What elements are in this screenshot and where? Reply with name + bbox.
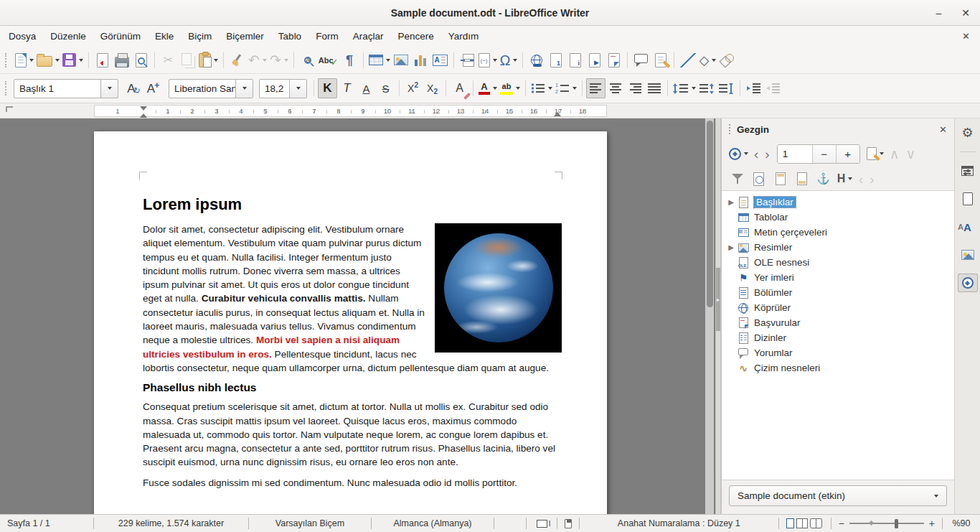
heading-levels-button[interactable]: H — [835, 169, 854, 189]
size-dropdown-button[interactable] — [289, 80, 306, 98]
document-text[interactable]: Lorem ipsum Dolor sit amet, consectetur … — [143, 195, 562, 496]
zoom-out-button[interactable]: − — [839, 518, 844, 529]
demote-level-button[interactable]: › — [867, 172, 876, 186]
decrease-paragraph-spacing-button[interactable] — [717, 78, 736, 98]
hyperlink-button[interactable] — [527, 50, 546, 70]
ruler-strip[interactable]: 1 123456789101112131415161718 — [94, 105, 607, 117]
document-selector-dropdown[interactable]: Sample document (etkin) — [729, 485, 947, 506]
menu-ekle[interactable]: Ekle — [148, 27, 181, 45]
insert-image-button[interactable] — [392, 50, 411, 70]
menu-pencere[interactable]: Pencere — [390, 27, 440, 45]
menu-bicemler[interactable]: Biçemler — [219, 27, 271, 45]
right-indent-marker[interactable] — [554, 108, 561, 116]
export-pdf-button[interactable] — [93, 50, 112, 70]
font-size-combo[interactable]: 18,2 — [259, 79, 307, 98]
align-left-button[interactable] — [586, 78, 606, 98]
align-right-button[interactable] — [625, 78, 644, 98]
navigator-item-bolumler[interactable]: Bölümler — [726, 285, 954, 300]
sidebar-tab-page[interactable] — [958, 190, 978, 208]
font-color-button[interactable]: A — [477, 78, 499, 98]
footnote-button[interactable]: 1 — [546, 50, 565, 70]
demote-chapter-button[interactable]: ∨ — [904, 147, 918, 161]
underline-button[interactable]: A — [357, 78, 376, 98]
scrollbar-thumb[interactable] — [707, 121, 713, 307]
page-minus-button[interactable]: − — [812, 145, 836, 163]
clear-formatting-button[interactable]: A — [450, 78, 469, 98]
bullet-list-button[interactable] — [529, 78, 554, 98]
style-dropdown-button[interactable] — [100, 80, 118, 98]
navigator-item-yorumlar[interactable]: Yorumlar — [726, 345, 954, 360]
increase-indent-button[interactable] — [744, 78, 763, 98]
close-document-icon[interactable]: ✕ — [962, 31, 970, 42]
sidebar-settings-button[interactable]: ⚙ — [958, 123, 978, 142]
promote-chapter-button[interactable]: ∧ — [887, 147, 902, 161]
spelling-button[interactable]: Abc✓ — [317, 50, 340, 70]
navigator-item-yer-imleri[interactable]: ⚑Yer imleri — [726, 270, 954, 285]
numbered-list-button[interactable]: 12 — [554, 78, 578, 98]
navigator-item-ole-nesnesi[interactable]: OLE nesnesi — [726, 255, 954, 270]
set-reminder-button[interactable] — [749, 169, 768, 189]
font-name-combo[interactable]: Liberation Sans — [169, 79, 253, 98]
menu-yardim[interactable]: Yardım — [441, 27, 486, 45]
sidebar-tab-navigator[interactable] — [958, 274, 978, 292]
strikethrough-button[interactable]: S — [376, 78, 395, 98]
left-indent-marker[interactable] — [140, 106, 147, 114]
endnote-button[interactable]: i — [565, 50, 585, 70]
footer-button[interactable] — [792, 169, 811, 189]
clone-formatting-button[interactable] — [227, 50, 247, 70]
close-button[interactable]: ✕ — [961, 7, 970, 19]
status-outline-level[interactable]: Anahat Numaralama : Düzey 1 — [580, 515, 778, 532]
font-dropdown-button[interactable] — [235, 80, 253, 98]
single-page-view-icon[interactable] — [786, 518, 794, 528]
insert-chart-button[interactable] — [411, 50, 430, 70]
anchor-text-button[interactable]: ⚓ — [814, 169, 833, 189]
zoom-slider-thumb[interactable] — [895, 519, 898, 528]
redo-button[interactable]: ↷ — [268, 50, 290, 70]
justify-button[interactable] — [644, 78, 664, 98]
toolbar-grip[interactable] — [5, 53, 9, 67]
find-replace-button[interactable]: a — [298, 50, 317, 70]
page-plus-button[interactable]: + — [836, 145, 859, 163]
multi-page-view-icon[interactable] — [796, 518, 808, 528]
print-button[interactable] — [112, 50, 131, 70]
page-break-button[interactable] — [458, 50, 477, 70]
sidebar-splitter-handle[interactable]: ▸ — [716, 268, 720, 331]
zoom-slider[interactable] — [849, 523, 924, 524]
menu-dosya[interactable]: Dosya — [1, 27, 43, 45]
align-center-button[interactable] — [606, 78, 625, 98]
formatting-marks-button[interactable]: ¶ — [340, 50, 359, 70]
menu-araclar[interactable]: Araçlar — [346, 27, 391, 45]
drag-mode-button[interactable] — [865, 144, 885, 164]
new-document-button[interactable] — [14, 50, 35, 70]
navigator-close-icon[interactable]: ✕ — [939, 124, 947, 135]
navigator-item-metin-cerceveleri[interactable]: Metin çerçeveleri — [726, 225, 954, 240]
zoom-in-button[interactable]: + — [929, 518, 935, 529]
track-changes-button[interactable] — [651, 50, 670, 70]
navigator-item-basvurular[interactable]: Başvurular — [726, 315, 954, 330]
document-page[interactable]: Lorem ipsum Dolor sit amet, consectetur … — [94, 131, 607, 514]
status-page-style[interactable]: Varsayılan Biçem — [249, 515, 371, 532]
content-filter-button[interactable] — [727, 169, 747, 189]
document-vertical-scrollbar[interactable] — [705, 118, 714, 514]
subscript-button[interactable]: X2 — [423, 78, 442, 98]
status-selection-mode[interactable] — [527, 515, 557, 532]
highlight-color-button[interactable]: ab — [499, 78, 522, 98]
minimize-button[interactable]: – — [936, 7, 941, 19]
navigator-item-dizinler[interactable]: Dizinler — [726, 330, 954, 345]
sidebar-tab-styles[interactable]: A — [958, 218, 978, 236]
update-style-button[interactable]: A↻ — [124, 78, 143, 98]
status-zoom-percent[interactable]: %90 — [943, 515, 980, 532]
status-save-indicator[interactable] — [557, 515, 579, 532]
sidebar-tab-properties[interactable] — [958, 162, 978, 180]
italic-button[interactable]: T — [337, 78, 357, 98]
undo-button[interactable]: ↶ — [247, 50, 268, 70]
show-draw-functions-button[interactable] — [717, 50, 737, 70]
insert-line-button[interactable] — [678, 50, 697, 70]
insert-field-button[interactable]: (−) — [477, 50, 499, 70]
menu-tablo[interactable]: Tablo — [271, 27, 308, 45]
navigator-item-resimler[interactable]: ▶Resimler — [726, 240, 954, 255]
menu-gorunum[interactable]: Görünüm — [93, 27, 148, 45]
toolbar-grip[interactable] — [5, 81, 9, 95]
previous-button[interactable]: ‹ — [752, 147, 760, 161]
insert-comment-button[interactable] — [631, 50, 651, 70]
